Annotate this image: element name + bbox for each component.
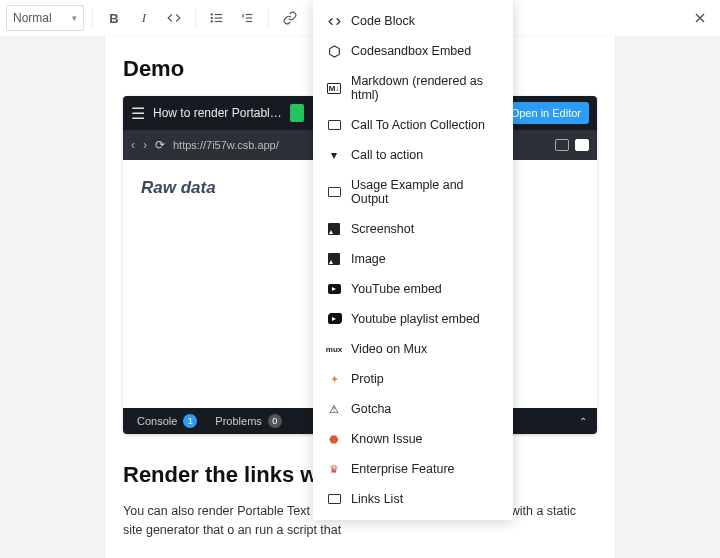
- status-indicator: [290, 104, 304, 122]
- chevron-up-icon[interactable]: ⌃: [579, 416, 587, 427]
- hamburger-icon[interactable]: ☰: [131, 104, 145, 123]
- back-icon[interactable]: ‹: [131, 138, 135, 152]
- link-button[interactable]: [277, 5, 303, 31]
- menu-item-markdown[interactable]: M↓Markdown (rendered as html): [313, 66, 513, 110]
- menu-item-protip[interactable]: ✦Protip: [313, 364, 513, 394]
- svg-point-3: [211, 14, 212, 15]
- known-issue-icon: ⬣: [327, 432, 341, 446]
- cta-collection-icon: [327, 118, 341, 132]
- menu-item-screenshot[interactable]: Screenshot: [313, 214, 513, 244]
- image-icon: [327, 252, 341, 266]
- menu-item-youtube[interactable]: YouTube embed: [313, 274, 513, 304]
- links-list-icon: [327, 492, 341, 506]
- svg-point-4: [211, 17, 212, 18]
- format-select[interactable]: Normal ▾: [6, 5, 84, 31]
- menu-item-label: Youtube playlist embed: [351, 312, 480, 326]
- separator: [268, 8, 269, 28]
- menu-item-codesandbox[interactable]: Codesandbox Embed: [313, 36, 513, 66]
- screenshot-icon: [327, 222, 341, 236]
- enterprise-icon: ♛: [327, 462, 341, 476]
- problems-badge: 0: [268, 414, 282, 428]
- italic-button[interactable]: I: [131, 5, 157, 31]
- menu-item-known-issue[interactable]: ⬣Known Issue: [313, 424, 513, 454]
- codesandbox-icon: [327, 44, 341, 58]
- close-button[interactable]: [686, 4, 714, 32]
- menu-item-mux[interactable]: muxVideo on Mux: [313, 334, 513, 364]
- chevron-down-icon: ▾: [72, 13, 77, 23]
- menu-item-label: Enterprise Feature: [351, 462, 455, 476]
- forward-icon[interactable]: ›: [143, 138, 147, 152]
- youtube-icon: [327, 282, 341, 296]
- protip-icon: ✦: [327, 372, 341, 386]
- view-mode-filled-icon[interactable]: [575, 139, 589, 151]
- console-tab[interactable]: Console 1: [137, 414, 197, 428]
- menu-item-label: Links List: [351, 492, 403, 506]
- console-badge: 1: [183, 414, 197, 428]
- menu-item-links-list[interactable]: Links List: [313, 484, 513, 514]
- menu-item-label: Call To Action Collection: [351, 118, 485, 132]
- insert-block-menu: Code BlockCodesandbox EmbedM↓Markdown (r…: [313, 0, 513, 520]
- menu-item-label: Known Issue: [351, 432, 423, 446]
- menu-item-label: Protip: [351, 372, 384, 386]
- menu-item-usage[interactable]: Usage Example and Output: [313, 170, 513, 214]
- embed-title: How to render Portabl…: [153, 106, 282, 120]
- mux-icon: mux: [327, 342, 341, 356]
- menu-item-label: Screenshot: [351, 222, 414, 236]
- menu-item-image[interactable]: Image: [313, 244, 513, 274]
- menu-item-label: YouTube embed: [351, 282, 442, 296]
- menu-item-gotcha[interactable]: ⚠Gotcha: [313, 394, 513, 424]
- menu-item-label: Image: [351, 252, 386, 266]
- usage-icon: [327, 185, 341, 199]
- menu-item-label: Code Block: [351, 14, 415, 28]
- menu-item-label: Video on Mux: [351, 342, 427, 356]
- menu-item-code-block[interactable]: Code Block: [313, 6, 513, 36]
- cta-icon: ▾: [327, 148, 341, 162]
- separator: [92, 8, 93, 28]
- menu-item-youtube-playlist[interactable]: Youtube playlist embed: [313, 304, 513, 334]
- menu-item-label: Call to action: [351, 148, 423, 162]
- svg-point-5: [211, 21, 212, 22]
- bold-button[interactable]: B: [101, 5, 127, 31]
- code-block-icon: [327, 14, 341, 28]
- code-button[interactable]: [161, 5, 187, 31]
- reload-icon[interactable]: ⟳: [155, 138, 165, 152]
- markdown-icon: M↓: [327, 81, 341, 95]
- separator: [195, 8, 196, 28]
- menu-item-cta-collection[interactable]: Call To Action Collection: [313, 110, 513, 140]
- menu-item-enterprise[interactable]: ♛Enterprise Feature: [313, 454, 513, 484]
- bullet-list-button[interactable]: [204, 5, 230, 31]
- menu-item-label: Codesandbox Embed: [351, 44, 471, 58]
- view-mode-outline-icon[interactable]: [555, 139, 569, 151]
- menu-item-label: Usage Example and Output: [351, 178, 499, 206]
- problems-tab[interactable]: Problems 0: [215, 414, 281, 428]
- youtube-playlist-icon: [327, 312, 341, 326]
- gotcha-icon: ⚠: [327, 402, 341, 416]
- menu-item-label: Markdown (rendered as html): [351, 74, 499, 102]
- url-text: https://7i57w.csb.app/: [173, 139, 279, 151]
- ordered-list-button[interactable]: [234, 5, 260, 31]
- menu-item-label: Gotcha: [351, 402, 391, 416]
- menu-item-cta[interactable]: ▾Call to action: [313, 140, 513, 170]
